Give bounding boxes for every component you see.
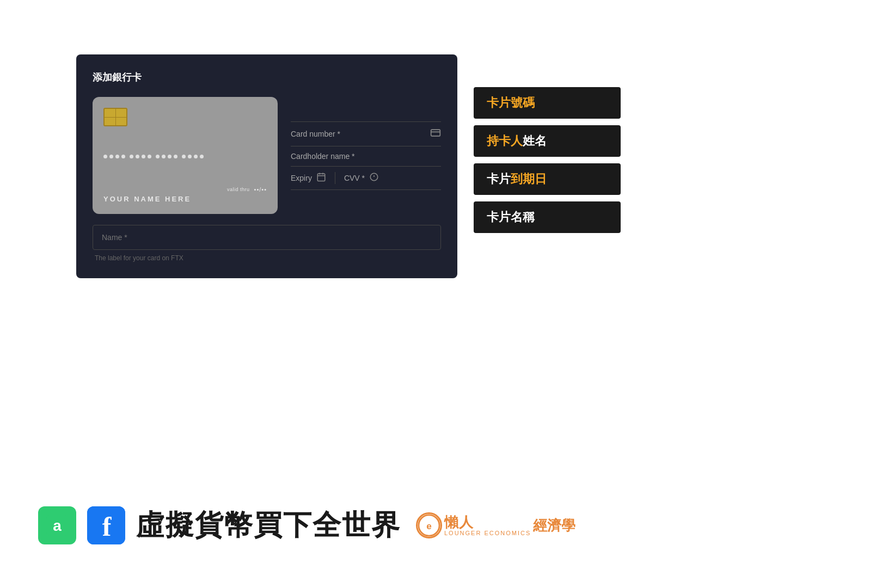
annotation-normal-4: 卡片名稱 (487, 210, 535, 224)
annotation-card-number: 卡片號碼 (474, 87, 621, 119)
card-icon (430, 127, 441, 140)
dot (142, 155, 145, 158)
dot (121, 155, 125, 158)
dot (115, 155, 119, 158)
dot (194, 155, 198, 158)
dot-group-4 (182, 155, 204, 158)
expiry-label: Expiry (291, 174, 312, 182)
card-dots (103, 155, 267, 158)
dark-panel: 添加銀行卡 (76, 54, 457, 278)
dot-group-3 (156, 155, 177, 158)
expiry-group[interactable]: Expiry (291, 172, 326, 184)
dot (182, 155, 186, 158)
brand-text: 懶人 LOUNGER ECONOMICS (444, 515, 531, 536)
expiry-cvv-field: Expiry CVV * (291, 167, 441, 190)
facebook-icon: f (87, 506, 125, 544)
card-number-label: Card number * (291, 130, 340, 138)
panel-title: 添加銀行卡 (93, 71, 441, 84)
valid-thru-row: valid thru ••/•• (103, 186, 267, 193)
card-bottom: valid thru ••/•• YOUR NAME HERE (103, 186, 267, 203)
brand-logo: e 懶人 LOUNGER ECONOMICS 經濟學 (416, 512, 575, 538)
cardholder-field[interactable]: Cardholder name * (291, 146, 441, 167)
dot (162, 155, 166, 158)
annotation-expiry-text: 卡片到期日 (487, 171, 547, 187)
brand-en: LOUNGER ECONOMICS (444, 530, 531, 536)
brand-cn-part1: 懶人 (444, 515, 531, 529)
dot (188, 155, 192, 158)
dot (103, 155, 107, 158)
annotation-card-name-text: 卡片名稱 (487, 209, 535, 225)
card-number-field[interactable]: Card number * (291, 121, 441, 146)
svg-text:f: f (102, 511, 112, 542)
name-hint: The label for your card on FTX (93, 254, 441, 262)
annotation-expiry: 卡片到期日 (474, 163, 621, 195)
dot (200, 155, 204, 158)
form-fields: Card number * Cardholder name * (291, 97, 441, 214)
svg-text:e: e (426, 520, 432, 531)
chip-lines (103, 108, 127, 126)
valid-thru-label: valid thru (227, 187, 250, 192)
name-input[interactable] (93, 225, 441, 250)
dot (136, 155, 139, 158)
dot-group-2 (130, 155, 151, 158)
annotation-highlight-3: 到期日 (511, 172, 547, 186)
brand-icon: e (416, 512, 442, 538)
card-form-row: valid thru ••/•• YOUR NAME HERE Card num… (93, 97, 441, 214)
card-name: YOUR NAME HERE (103, 195, 191, 203)
svg-rect-0 (431, 130, 440, 136)
cardholder-label: Cardholder name * (291, 152, 355, 161)
annotation-cardholder: 持卡人姓名 (474, 125, 621, 157)
cvv-icon (369, 172, 379, 184)
annotation-card-name: 卡片名稱 (474, 201, 621, 233)
cvv-label: CVV * (344, 174, 365, 182)
calendar-icon (316, 172, 326, 184)
dot (156, 155, 160, 158)
dot (148, 155, 151, 158)
name-input-row: The label for your card on FTX (93, 225, 441, 262)
annotations-panel: 卡片號碼 持卡人姓名 卡片到期日 卡片名稱 (474, 87, 621, 233)
dot (130, 155, 133, 158)
card-name-row: YOUR NAME HERE (103, 195, 267, 203)
valid-thru-value: ••/•• (254, 186, 267, 193)
cvv-group[interactable]: CVV * (335, 172, 379, 184)
dot (168, 155, 171, 158)
credit-card: valid thru ••/•• YOUR NAME HERE (93, 97, 278, 214)
annotation-card-number-text: 卡片號碼 (487, 95, 535, 111)
main-container: 添加銀行卡 (76, 54, 621, 278)
annotation-normal-2: 姓名 (523, 134, 547, 148)
dot (109, 155, 113, 158)
bottom-main-text: 虛擬貨幣買下全世界 (136, 506, 401, 544)
bottom-section: a f 虛擬貨幣買下全世界 e 懶人 LOUNGER ECONOMICS 經濟學 (38, 506, 575, 544)
annotation-highlight-2: 持卡人 (487, 134, 523, 148)
expiry-cvv-row: Expiry CVV * (291, 172, 379, 184)
dot (174, 155, 177, 158)
chip-icon (103, 108, 127, 126)
annotation-cardholder-text: 持卡人姓名 (487, 133, 547, 149)
annotation-prefix-3: 卡片 (487, 172, 511, 186)
brand-cn-part2: 經濟學 (533, 516, 575, 535)
dot-group-1 (103, 155, 125, 158)
svg-text:a: a (53, 517, 62, 534)
svg-rect-2 (317, 174, 325, 181)
app-icon: a (38, 506, 76, 544)
annotation-highlight-1: 卡片號碼 (487, 96, 535, 109)
